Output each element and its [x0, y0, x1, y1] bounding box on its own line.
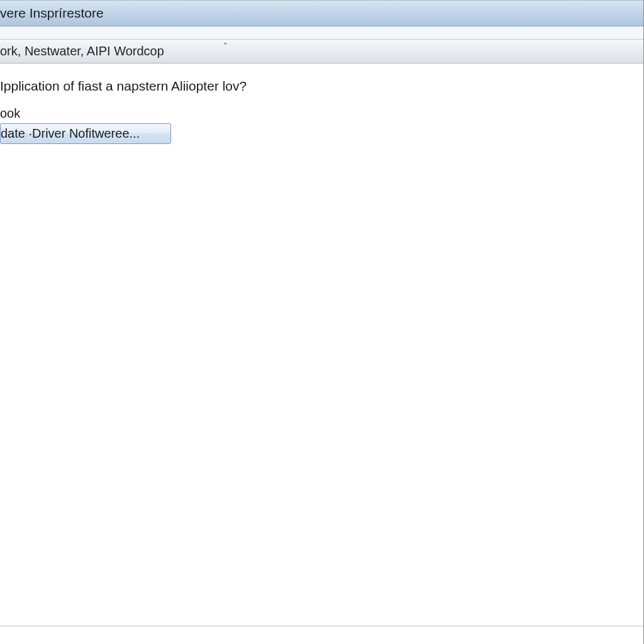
toolbar-quote: ": [224, 41, 227, 50]
subtext: ook: [0, 106, 643, 121]
titlebar[interactable]: vere Insprírestore: [0, 0, 643, 26]
window-title: vere Insprírestore: [0, 6, 104, 21]
update-driver-button[interactable]: date ·Driver Nofitweree...: [0, 123, 171, 144]
content-area: Ipplication of fiast a napstern Aliiopte…: [0, 64, 643, 644]
toolbar: ork, Nestwater, AIPI Wordcop ": [0, 40, 643, 64]
question-text: Ipplication of fiast a napstern Aliiopte…: [0, 79, 643, 94]
toolbar-text: ork, Nestwater, AIPI Wordcop: [0, 44, 164, 58]
gap-strip: [0, 26, 643, 40]
window: vere Insprírestore ork, Nestwater, AIPI …: [0, 0, 644, 644]
divider: [0, 626, 643, 626]
